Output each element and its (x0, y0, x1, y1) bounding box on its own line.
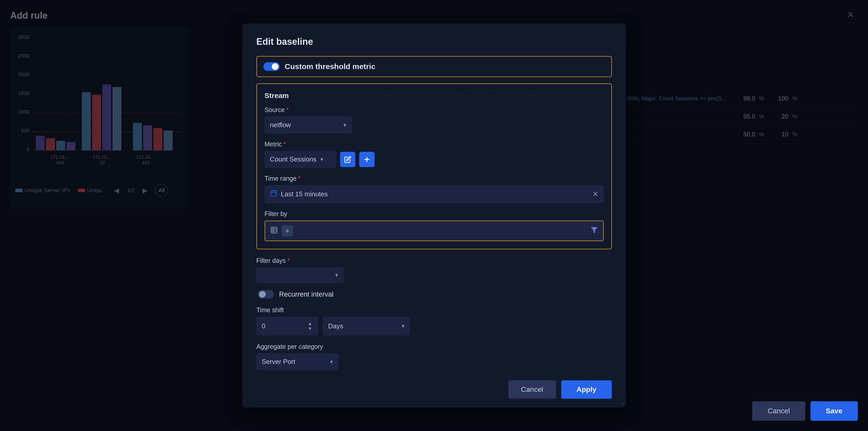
time-shift-number-input[interactable]: 0 ▲ ▼ (256, 317, 318, 335)
time-shift-unit-select[interactable]: Days ▾ (323, 317, 410, 335)
filter-by-input[interactable] (265, 221, 603, 241)
metric-label: Metric * (265, 141, 603, 148)
stream-section: Stream Source * netflow ▾ Metric * (256, 83, 612, 249)
time-range-clear-button[interactable]: ✕ (592, 190, 598, 198)
recurrent-interval-label: Recurrent interval (279, 290, 334, 298)
filter-add-button[interactable] (282, 225, 293, 236)
filter-days-label: Filter days * (256, 257, 612, 264)
metric-edit-button[interactable] (340, 152, 355, 167)
metric-arrow-icon: ▾ (320, 156, 323, 163)
aggregate-select[interactable]: Server Port ▾ (256, 353, 338, 370)
time-shift-label: Time shift (256, 306, 612, 314)
toggle-knob (272, 63, 278, 70)
page-save-button[interactable]: Save (810, 401, 858, 421)
time-shift-down-btn[interactable]: ▼ (308, 326, 312, 331)
source-arrow-icon: ▾ (343, 122, 346, 128)
time-shift-unit-arrow-icon: ▾ (402, 323, 404, 329)
plus-icon (363, 156, 370, 163)
modal-overlay: Edit baseline Custom threshold metric St… (0, 0, 868, 431)
metric-row: Count Sessions ▾ (265, 151, 603, 168)
source-select[interactable]: netflow ▾ (265, 117, 351, 133)
svg-rect-40 (271, 227, 277, 233)
metric-required: * (283, 141, 286, 148)
time-range-select[interactable]: Last 15 minutes ✕ (265, 185, 603, 203)
modal-apply-button[interactable]: Apply (561, 380, 612, 399)
metric-select[interactable]: Count Sessions ▾ (265, 151, 336, 168)
metric-add-button[interactable] (359, 152, 375, 167)
aggregate-arrow-icon: ▾ (330, 358, 333, 365)
source-required: * (286, 106, 289, 114)
lower-section: Filter days * ▾ Recurrent interval Time … (256, 257, 612, 370)
page-footer: Cancel Save (752, 401, 858, 421)
time-shift-up-btn[interactable]: ▲ (308, 321, 312, 326)
recurrent-interval-toggle[interactable] (258, 290, 274, 299)
filter-table-icon (270, 226, 278, 236)
stream-section-title: Stream (265, 92, 603, 100)
recurrent-toggle-knob (259, 291, 266, 298)
filter-funnel-icon (590, 226, 598, 236)
svg-rect-36 (271, 191, 276, 196)
time-shift-field-row: Time shift 0 ▲ ▼ Days ▾ (256, 306, 612, 335)
time-shift-row: 0 ▲ ▼ Days ▾ (256, 317, 612, 335)
filter-by-field-row: Filter by (265, 210, 603, 241)
source-label: Source * (265, 106, 603, 114)
recurrent-interval-row: Recurrent interval (256, 290, 612, 299)
filter-days-field-row: Filter days * ▾ (256, 257, 612, 283)
time-range-calendar-icon (270, 190, 277, 199)
source-field-row: Source * netflow ▾ (265, 106, 603, 133)
filter-days-select[interactable]: ▾ (256, 267, 343, 283)
modal-header: Edit baseline (256, 36, 612, 47)
time-range-field-row: Time range * Last 15 minutes ✕ (265, 175, 603, 203)
modal-footer: Cancel Apply (256, 380, 612, 399)
metric-field-row: Metric * Count Sessions ▾ (265, 141, 603, 168)
filter-by-label: Filter by (265, 210, 603, 218)
modal-cancel-button[interactable]: Cancel (508, 380, 556, 399)
custom-threshold-toggle[interactable] (264, 62, 280, 71)
edit-icon (344, 156, 351, 163)
time-range-required: * (298, 175, 301, 182)
custom-threshold-label: Custom threshold metric (285, 62, 376, 71)
filter-days-required: * (287, 257, 290, 264)
edit-baseline-modal: Edit baseline Custom threshold metric St… (242, 24, 626, 407)
modal-title: Edit baseline (256, 36, 313, 47)
time-shift-spinners: ▲ ▼ (308, 321, 312, 331)
filter-days-arrow-icon: ▾ (335, 272, 338, 279)
section-divider (292, 96, 603, 96)
time-range-label: Time range * (265, 175, 603, 182)
custom-threshold-row: Custom threshold metric (256, 56, 612, 77)
aggregate-label: Aggregate per category (256, 343, 612, 350)
modal-resize-handle[interactable]: ⌟ (622, 399, 624, 405)
aggregate-field-row: Aggregate per category Server Port ▾ (256, 343, 612, 370)
page-cancel-button[interactable]: Cancel (752, 401, 805, 421)
